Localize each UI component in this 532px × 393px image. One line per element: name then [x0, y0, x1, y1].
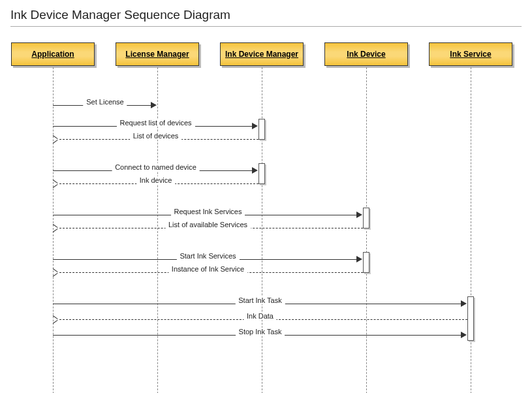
msg-label: List of devices	[130, 132, 182, 140]
activation-device-2	[363, 252, 369, 273]
participant-ink-device-manager: Ink Device Manager	[220, 42, 304, 66]
msg-instance-of-ink-service: Instance of Ink Service	[53, 267, 363, 277]
msg-label: Request Ink Services	[171, 208, 245, 215]
msg-label: Stop Ink Task	[236, 328, 285, 336]
divider	[10, 26, 522, 27]
lifeline-ink-service	[471, 67, 471, 393]
participant-ink-device: Ink Device	[324, 42, 408, 66]
msg-ink-data: Ink Data	[53, 314, 467, 324]
activation-idm-2	[258, 163, 265, 184]
msg-start-ink-task: Start Ink Task	[53, 298, 467, 309]
msg-label: Instance of Ink Service	[168, 265, 247, 273]
sequence-diagram-container: Ink Device Manager Sequence Diagram Appl…	[0, 0, 532, 393]
activation-service-1	[467, 296, 474, 341]
activation-idm-1	[258, 119, 265, 140]
msg-connect-to-named-device: Connect to named device	[53, 165, 258, 176]
msg-label: Start Ink Task	[235, 296, 285, 304]
msg-list-of-available-services: List of available Services	[53, 223, 363, 233]
participant-application: Application	[11, 42, 95, 66]
sequence-diagram: Application License Manager Ink Device M…	[10, 42, 522, 393]
msg-label: Start Ink Services	[176, 252, 239, 260]
lifeline-ink-device	[366, 67, 367, 393]
msg-stop-ink-task: Stop Ink Task	[53, 330, 467, 340]
msg-request-list-of-devices: Request list of devices	[53, 121, 258, 131]
msg-label: List of available Services	[165, 221, 251, 228]
participant-ink-service: Ink Service	[429, 42, 512, 66]
msg-label: Request list of devices	[116, 119, 195, 127]
msg-request-ink-services: Request Ink Services	[53, 210, 363, 220]
participant-license-manager: License Manager	[116, 42, 199, 66]
msg-label: Connect to named device	[112, 163, 200, 171]
msg-label: Ink Data	[243, 312, 277, 320]
msg-set-license: Set License	[53, 100, 157, 110]
msg-ink-device: Ink device	[53, 178, 258, 189]
msg-label: Set License	[83, 98, 127, 106]
diagram-title: Ink Device Manager Sequence Diagram	[10, 8, 522, 22]
msg-label: Ink device	[136, 176, 176, 184]
activation-device-1	[363, 208, 369, 228]
msg-start-ink-services: Start Ink Services	[53, 254, 363, 264]
msg-list-of-devices: List of devices	[53, 134, 258, 144]
